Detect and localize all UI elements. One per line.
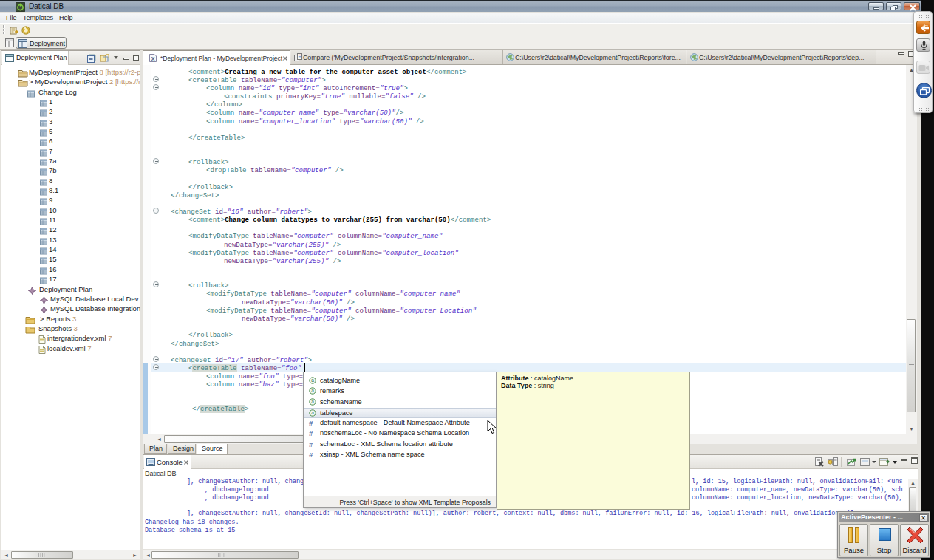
svg-text:a: a: [311, 399, 314, 404]
svg-text:a: a: [311, 389, 314, 394]
svg-text:X: X: [151, 56, 155, 61]
svg-text:a: a: [311, 378, 314, 383]
svg-text:a: a: [311, 410, 314, 415]
